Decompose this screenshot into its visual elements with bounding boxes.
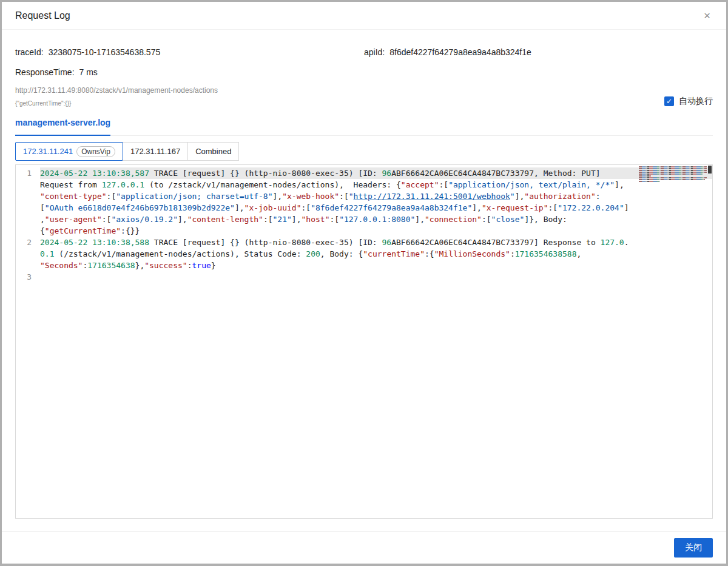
log-token: 0.1 xyxy=(40,249,54,258)
log-token: [ xyxy=(40,203,45,212)
node-tab-label: 172.31.11.241 xyxy=(23,147,73,156)
log-row-content: 2024-05-22 13:10:38,587 TRACE [request] … xyxy=(40,167,712,179)
log-token: "x-web-hook" xyxy=(282,192,339,201)
log-token: :[ xyxy=(548,203,558,212)
response-time-value: 7 ms xyxy=(79,67,98,77)
close-icon[interactable]: × xyxy=(701,7,713,24)
log-token: "OAuth e6618d07e4f246b697b181309b2d922e" xyxy=(45,203,235,212)
line-number xyxy=(16,190,40,202)
log-token: true xyxy=(192,261,211,270)
auto-wrap-toggle[interactable]: ✓ 自动换行 xyxy=(664,96,713,107)
node-tab-241[interactable]: 172.31.11.241 OwnsVip xyxy=(15,142,123,161)
log-token: ], xyxy=(292,215,302,224)
log-content: 12024-05-22 13:10:38,587 TRACE [request]… xyxy=(16,165,712,283)
log-token: "user-agent" xyxy=(45,215,102,224)
log-token: 127.0 xyxy=(601,238,624,247)
modal-body: traceId:3238075-10-1716354638.575 apiId:… xyxy=(2,30,726,531)
page-title: Request Log xyxy=(15,10,70,21)
close-button[interactable]: 关闭 xyxy=(674,538,713,558)
log-token: , Body: { xyxy=(320,249,363,258)
log-token: :[ xyxy=(329,215,339,224)
webhook-link[interactable]: http://172.31.11.241:5001/webhook xyxy=(354,192,510,201)
log-token: (to /zstack/v1/management-nodes/actions)… xyxy=(144,180,401,189)
log-token: "Seconds" xyxy=(40,261,83,270)
line-number: 3 xyxy=(16,271,40,283)
log-row-content: ,"user-agent":["axios/0.19.2"],"content-… xyxy=(40,214,712,225)
log-token: "x-request-ip" xyxy=(482,203,548,212)
node-tab-167[interactable]: 172.31.11.167 xyxy=(123,142,188,161)
request-body-preview: {"getCurrentTime":{}} xyxy=(15,100,218,107)
log-token: ], xyxy=(415,215,425,224)
log-token: ] xyxy=(624,203,629,212)
log-token: 127.0 xyxy=(102,180,126,189)
request-meta: http://172.31.11.49:8080/zstack/v1/manag… xyxy=(15,86,218,107)
log-token: ], xyxy=(235,203,244,212)
log-token: :[ xyxy=(482,215,491,224)
line-number: 2 xyxy=(16,237,40,248)
node-tabs: 172.31.11.241 OwnsVip 172.31.11.167 Comb… xyxy=(15,142,713,161)
log-token: , xyxy=(576,249,581,258)
api-id-label: apiId: xyxy=(364,47,385,57)
log-token: "axios/0.19.2" xyxy=(111,215,178,224)
log-token: :{}} xyxy=(121,226,140,235)
log-token: ], xyxy=(472,203,482,212)
request-url: http://172.31.11.49:8080/zstack/v1/manag… xyxy=(15,86,218,95)
log-token: "application/json; charset=utf-8" xyxy=(116,192,272,201)
line-number xyxy=(16,202,40,214)
log-token: :[ xyxy=(339,192,349,201)
trace-id: traceId:3238075-10-1716354638.575 xyxy=(15,47,364,57)
log-line-row: ["OAuth e6618d07e4f246b697b181309b2d922e… xyxy=(16,202,712,214)
request-log-modal: Request Log × traceId:3238075-10-1716354… xyxy=(2,2,726,564)
node-tab-label: Combined xyxy=(195,147,231,156)
auto-wrap-checkbox[interactable]: ✓ xyxy=(664,96,674,106)
log-line-row: 12024-05-22 13:10:38,587 TRACE [request]… xyxy=(16,167,712,179)
line-number xyxy=(16,225,40,237)
log-token: 1716354638588 xyxy=(515,249,577,258)
modal-header: Request Log × xyxy=(2,2,726,30)
log-token: "x-job-uuid" xyxy=(244,203,302,212)
log-line-row: ,"user-agent":["axios/0.19.2"],"content-… xyxy=(16,214,712,225)
log-token: :[ xyxy=(107,192,116,201)
response-time-label: ResponseTime: xyxy=(15,67,75,77)
log-token: "close" xyxy=(491,215,525,224)
log-row-content: "Seconds":1716354638},"success":true} xyxy=(40,260,712,271)
node-tab-label: 172.31.11.167 xyxy=(130,147,180,156)
owns-vip-badge: OwnsVip xyxy=(76,146,115,157)
log-token: Request from xyxy=(40,180,102,189)
log-token: TRACE [request] {} (http-nio-8080-exec-3… xyxy=(149,169,382,178)
log-token: TRACE [request] {} (http-nio-8080-exec-3… xyxy=(149,238,382,247)
request-meta-row: http://172.31.11.49:8080/zstack/v1/manag… xyxy=(15,86,713,107)
log-token: ], xyxy=(615,180,624,189)
log-row-content: "content-type":["application/json; chars… xyxy=(40,190,712,202)
api-id: apiId:8f6def4227f64279a8ea9a4a8b324f1e xyxy=(364,47,713,57)
trace-id-label: traceId: xyxy=(15,47,44,57)
log-token: }, xyxy=(135,261,145,270)
log-token: " xyxy=(510,192,515,201)
line-number: 1 xyxy=(16,167,40,179)
log-token: "application/json, text/plain, */*" xyxy=(448,180,615,189)
line-number xyxy=(16,179,40,190)
log-token: :[ xyxy=(301,203,311,212)
log-token: :[ xyxy=(102,215,112,224)
editor-scrollbar-thumb[interactable] xyxy=(708,166,712,174)
log-row-content: 0.1 (/zstack/v1/management-nodes/actions… xyxy=(40,248,712,260)
log-editor[interactable]: 12024-05-22 13:10:38,587 TRACE [request]… xyxy=(15,164,713,519)
log-token: "host" xyxy=(302,215,330,224)
log-token: :{ xyxy=(425,249,434,258)
log-token: ABF66642CA06EC64CA4847BC733797] Response… xyxy=(391,238,600,247)
node-tab-combined[interactable]: Combined xyxy=(187,142,239,161)
line-number xyxy=(16,248,40,260)
log-token: . xyxy=(126,180,130,189)
log-token: 2024-05-22 13:10:38,587 xyxy=(40,169,149,178)
log-token: "authorization" xyxy=(524,192,595,201)
log-token: ], xyxy=(273,192,283,201)
log-file-tabbar: management-server.log xyxy=(15,117,713,136)
editor-minimap xyxy=(639,166,707,183)
tab-management-server-log[interactable]: management-server.log xyxy=(15,118,110,136)
log-line-row: {"getCurrentTime":{}} xyxy=(16,225,712,237)
log-token: "172.22.0.204" xyxy=(558,203,624,212)
log-line-row: 3 xyxy=(16,271,712,283)
log-token: : xyxy=(187,261,192,270)
request-info: traceId:3238075-10-1716354638.575 apiId:… xyxy=(15,47,713,77)
log-token: :[ xyxy=(263,215,273,224)
